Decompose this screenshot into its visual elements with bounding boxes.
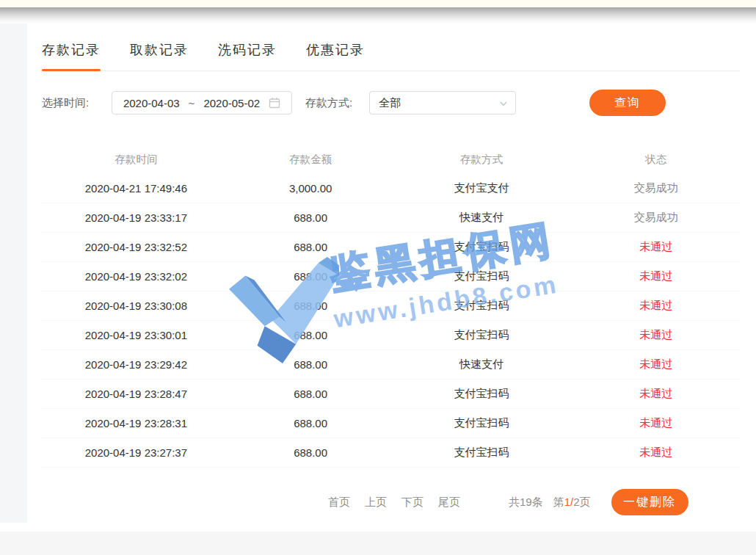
cell-deposit-time: 2020-04-19 23:30:01 bbox=[42, 329, 230, 341]
cell-deposit-amount: 688.00 bbox=[230, 300, 391, 312]
table-row: 2020-04-19 23:32:02 688.00 支付宝扫码 未通过 bbox=[42, 262, 740, 291]
cell-deposit-method: 支付宝扫码 bbox=[390, 299, 572, 313]
cell-status: 未通过 bbox=[573, 240, 740, 254]
cell-deposit-amount: 688.00 bbox=[230, 358, 391, 371]
active-tab-underline bbox=[42, 69, 101, 71]
cell-deposit-amount: 688.00 bbox=[230, 329, 391, 341]
top-cream-strip bbox=[0, 0, 756, 7]
cell-status: 未通过 bbox=[573, 299, 740, 313]
first-page-link[interactable]: 首页 bbox=[328, 496, 350, 509]
cell-deposit-time: 2020-04-19 23:29:42 bbox=[42, 358, 230, 371]
total-count-label: 共19条 bbox=[509, 496, 543, 509]
cell-deposit-time: 2020-04-19 23:33:17 bbox=[42, 211, 230, 224]
cell-status: 未通过 bbox=[573, 328, 740, 342]
table-header-row: 存款时间 存款金额 存款方式 状态 bbox=[42, 145, 740, 174]
chevron-down-icon bbox=[499, 99, 508, 108]
date-separator: ~ bbox=[189, 97, 195, 109]
cell-status: 未通过 bbox=[573, 446, 740, 460]
table-row: 2020-04-19 23:30:08 688.00 支付宝扫码 未通过 bbox=[42, 291, 740, 321]
record-tabs: 存款记录 取款记录 洗码记录 优惠记录 bbox=[42, 41, 365, 59]
cell-deposit-method: 支付宝扫码 bbox=[390, 446, 572, 460]
cell-deposit-time: 2020-04-19 23:28:31 bbox=[42, 417, 230, 429]
cell-deposit-amount: 688.00 bbox=[230, 241, 391, 253]
table-row: 2020-04-19 23:30:01 688.00 支付宝扫码 未通过 bbox=[42, 321, 740, 350]
bottom-gray-rail bbox=[0, 532, 756, 555]
header-deposit-time: 存款时间 bbox=[42, 153, 230, 167]
tab-rebate-records[interactable]: 洗码记录 bbox=[218, 41, 277, 59]
cell-deposit-amount: 3,000.00 bbox=[230, 182, 391, 195]
date-range-picker[interactable]: 2020-04-03 ~ 2020-05-02 bbox=[112, 91, 292, 115]
table-row: 2020-04-19 23:28:47 688.00 支付宝扫码 未通过 bbox=[42, 380, 740, 409]
filter-bar: 选择时间: 2020-04-03 ~ 2020-05-02 存款方式: 全部 查… bbox=[42, 90, 740, 116]
left-gray-rail bbox=[0, 23, 27, 523]
cell-deposit-time: 2020-04-19 23:32:02 bbox=[42, 270, 230, 283]
table-row: 2020-04-19 23:33:17 688.00 快速支付 交易成功 bbox=[42, 203, 740, 233]
table-body: 2020-04-21 17:49:46 3,000.00 支付宝支付 交易成功 … bbox=[42, 174, 740, 468]
top-shadow-band bbox=[0, 7, 756, 23]
cell-deposit-method: 支付宝扫码 bbox=[390, 269, 572, 283]
date-end-value: 2020-05-02 bbox=[203, 97, 260, 109]
cell-status: 未通过 bbox=[573, 269, 740, 283]
tab-withdraw-records[interactable]: 取款记录 bbox=[130, 41, 189, 59]
cell-deposit-method: 快速支付 bbox=[390, 358, 572, 371]
tab-deposit-records[interactable]: 存款记录 bbox=[42, 41, 101, 59]
cell-deposit-method: 支付宝扫码 bbox=[390, 387, 572, 401]
header-deposit-amount: 存款金额 bbox=[230, 153, 391, 167]
time-filter-label: 选择时间: bbox=[42, 96, 112, 110]
cell-deposit-amount: 688.00 bbox=[230, 388, 391, 400]
next-page-link[interactable]: 下页 bbox=[401, 496, 424, 509]
tab-promo-records[interactable]: 优惠记录 bbox=[306, 41, 365, 59]
current-page-number: 1/ bbox=[564, 496, 574, 508]
date-start-value: 2020-04-03 bbox=[123, 97, 180, 109]
delete-all-button[interactable]: 一键删除 bbox=[611, 489, 688, 515]
header-deposit-method: 存款方式 bbox=[390, 153, 572, 167]
pagination-bar: 首页 上页 下页 尾页 共19条 第1/2页 一键删除 bbox=[42, 487, 740, 517]
cell-deposit-time: 2020-04-19 23:27:37 bbox=[42, 446, 230, 459]
cell-status: 未通过 bbox=[573, 358, 740, 371]
method-filter-label: 存款方式: bbox=[305, 96, 369, 110]
table-row: 2020-04-21 17:49:46 3,000.00 支付宝支付 交易成功 bbox=[42, 174, 740, 203]
tabs-divider bbox=[42, 70, 740, 71]
table-row: 2020-04-19 23:28:31 688.00 支付宝扫码 未通过 bbox=[42, 409, 740, 438]
cell-deposit-method: 支付宝扫码 bbox=[390, 328, 572, 342]
cell-deposit-time: 2020-04-19 23:32:52 bbox=[42, 241, 230, 253]
last-page-link[interactable]: 尾页 bbox=[438, 496, 460, 509]
header-status: 状态 bbox=[573, 153, 740, 167]
cell-deposit-amount: 688.00 bbox=[230, 417, 391, 429]
table-row: 2020-04-19 23:32:52 688.00 支付宝扫码 未通过 bbox=[42, 233, 740, 262]
cell-status: 交易成功 bbox=[573, 211, 740, 225]
cell-deposit-method: 快速支付 bbox=[390, 211, 572, 225]
cell-deposit-amount: 688.00 bbox=[230, 446, 391, 459]
cell-status: 未通过 bbox=[573, 416, 740, 430]
deposit-method-select[interactable]: 全部 bbox=[369, 91, 516, 115]
cell-deposit-method: 支付宝支付 bbox=[390, 181, 572, 195]
table-row: 2020-04-19 23:29:42 688.00 快速支付 未通过 bbox=[42, 350, 740, 380]
cell-deposit-time: 2020-04-19 23:28:47 bbox=[42, 388, 230, 400]
cell-status: 交易成功 bbox=[573, 181, 740, 195]
query-button[interactable]: 查询 bbox=[589, 90, 666, 116]
table-row: 2020-04-19 23:27:37 688.00 支付宝扫码 未通过 bbox=[42, 438, 740, 468]
calendar-icon bbox=[269, 97, 280, 109]
prev-page-link[interactable]: 上页 bbox=[365, 496, 387, 509]
cell-deposit-method: 支付宝扫码 bbox=[390, 416, 572, 430]
page-indicator: 第1/2页 bbox=[553, 496, 591, 509]
cell-deposit-time: 2020-04-19 23:30:08 bbox=[42, 300, 230, 312]
cell-deposit-method: 支付宝扫码 bbox=[390, 240, 572, 254]
cell-status: 未通过 bbox=[573, 387, 740, 401]
cell-deposit-amount: 688.00 bbox=[230, 270, 391, 283]
deposit-method-selected-value: 全部 bbox=[379, 96, 401, 110]
cell-deposit-time: 2020-04-21 17:49:46 bbox=[42, 182, 230, 195]
cell-deposit-amount: 688.00 bbox=[230, 211, 391, 224]
